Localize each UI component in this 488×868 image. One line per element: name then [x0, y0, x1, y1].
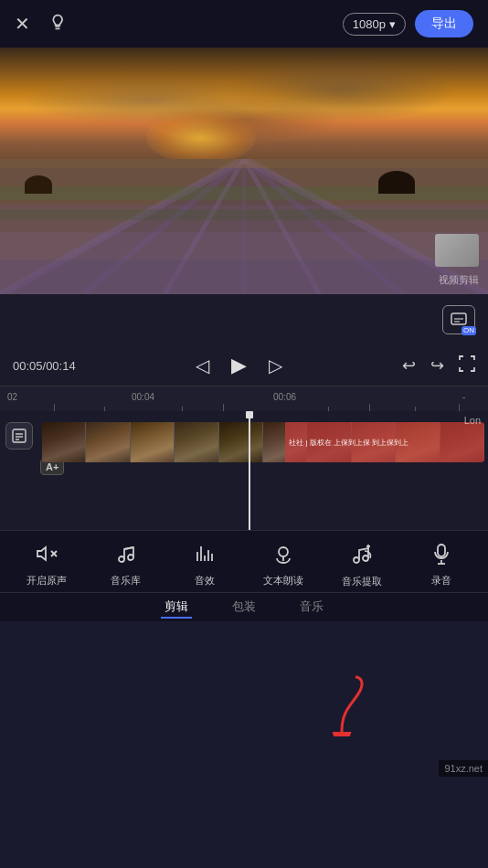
playback-controls: 00:05/00:14 ◁ ▶ ▷ ↩ ↪	[0, 345, 488, 386]
ruler-tick	[369, 404, 370, 411]
next-frame-button[interactable]: ▷	[269, 355, 282, 376]
video-frame	[86, 422, 130, 462]
tool-mute[interactable]: 开启原声	[21, 543, 72, 587]
record-icon	[430, 543, 452, 568]
music-extract-label: 音乐提取	[342, 575, 382, 588]
caption-icon	[451, 312, 467, 328]
tab-cut[interactable]: 剪辑	[161, 597, 192, 619]
resolution-label: 1080p	[353, 17, 386, 31]
tree-right	[378, 171, 415, 194]
ruler-mark-04: 00:04	[132, 392, 154, 402]
ruler-mark-02: 02	[7, 392, 17, 402]
ruler-mark-06: 00:06	[273, 392, 296, 402]
top-bar-left: ✕	[15, 13, 67, 36]
fullscreen-button[interactable]	[459, 355, 475, 376]
video-frame	[131, 422, 175, 462]
ruler-mark-end: -	[462, 392, 465, 402]
mute-icon	[36, 543, 58, 568]
music-extract-icon	[350, 542, 374, 569]
svg-line-30	[124, 547, 133, 549]
tool-music-extract[interactable]: 音乐提取	[336, 542, 387, 588]
ruler-marks: 02 00:04 00:06 -	[4, 386, 484, 411]
ruler-tick	[223, 404, 224, 411]
tools-row: 开启原声 音乐库	[0, 531, 488, 592]
controls-right: ↩ ↪	[402, 355, 475, 376]
mute-label: 开启原声	[27, 574, 67, 587]
tool-sfx[interactable]: 音效	[179, 543, 230, 587]
ruler-tick	[54, 404, 55, 411]
top-bar-right: 1080p ▾ 导出	[343, 10, 473, 37]
record-label: 录音	[431, 574, 451, 587]
pip-thumbnail[interactable]	[435, 234, 479, 267]
top-bar: ✕ 1080p ▾ 导出	[0, 0, 488, 48]
timecode-display: 00:05/00:14	[13, 359, 76, 373]
caption-toggle-button[interactable]: ON	[442, 305, 475, 334]
video-preview: 视频剪辑	[0, 48, 488, 294]
track-container: A+ 社社 | 版权在 上保到上保 到上保到上 Lon	[0, 411, 488, 530]
tree-left	[25, 175, 52, 194]
subtitle-text: 社社 | 版权在 上保到上保 到上保到上	[289, 438, 408, 448]
redo-button[interactable]: ↪	[430, 355, 444, 376]
ruler-tick	[459, 404, 460, 411]
tool-music-lib[interactable]: 音乐库	[100, 543, 151, 587]
export-button[interactable]: 导出	[415, 10, 473, 37]
site-watermark: 91xz.net	[439, 760, 488, 777]
prev-frame-button[interactable]: ◁	[196, 355, 209, 376]
svg-rect-15	[0, 209, 488, 220]
sfx-label: 音效	[195, 574, 215, 587]
transport-controls: ◁ ▶ ▷	[196, 354, 282, 377]
video-scene	[0, 48, 488, 294]
playhead-line	[249, 411, 250, 530]
undo-button[interactable]: ↩	[402, 355, 416, 376]
lightbulb-icon[interactable]	[48, 13, 67, 36]
subtitle-overlay[interactable]: 社社 | 版权在 上保到上保 到上保到上	[285, 422, 484, 462]
playhead-head	[246, 411, 253, 418]
video-watermark: 视频剪辑	[439, 273, 479, 287]
tts-icon	[272, 543, 294, 568]
bottom-toolbar: 开启原声 音乐库	[0, 530, 488, 621]
video-frame	[42, 422, 86, 462]
red-arrow-indicator	[324, 672, 369, 740]
close-button[interactable]: ✕	[15, 15, 30, 33]
tool-tts[interactable]: 文本朗读	[258, 543, 309, 587]
lavender-field	[0, 159, 488, 295]
lon-text-overlay: Lon	[464, 415, 481, 426]
sfx-icon	[194, 543, 216, 568]
timeline-ruler: 02 00:04 00:06 -	[0, 386, 488, 411]
resolution-arrow-icon: ▾	[389, 17, 396, 31]
clouds	[0, 60, 488, 159]
svg-rect-16	[0, 159, 488, 168]
svg-marker-25	[37, 547, 46, 560]
tab-bar: 剪辑 包装 音乐	[0, 592, 488, 626]
resolution-selector[interactable]: 1080p ▾	[343, 13, 406, 36]
tool-record[interactable]: 录音	[416, 543, 467, 587]
caption-on-badge: ON	[461, 326, 476, 335]
add-track-button[interactable]	[5, 422, 33, 450]
editor-middle: ON	[0, 294, 488, 345]
tts-label: 文本朗读	[263, 574, 303, 587]
play-pause-button[interactable]: ▶	[231, 354, 247, 377]
music-lib-icon	[114, 543, 136, 568]
video-frame	[219, 422, 263, 462]
music-lib-label: 音乐库	[111, 574, 141, 587]
tab-pack[interactable]: 包装	[228, 597, 260, 619]
timeline-area[interactable]: A+ 社社 | 版权在 上保到上保 到上保到上 Lon	[0, 411, 488, 530]
video-frame	[175, 422, 218, 462]
video-strip[interactable]: 社社 | 版权在 上保到上保 到上保到上	[42, 422, 484, 462]
tab-audio[interactable]: 音乐	[296, 597, 327, 619]
svg-rect-13	[0, 259, 488, 294]
svg-rect-42	[438, 545, 445, 556]
svg-point-36	[279, 547, 288, 556]
